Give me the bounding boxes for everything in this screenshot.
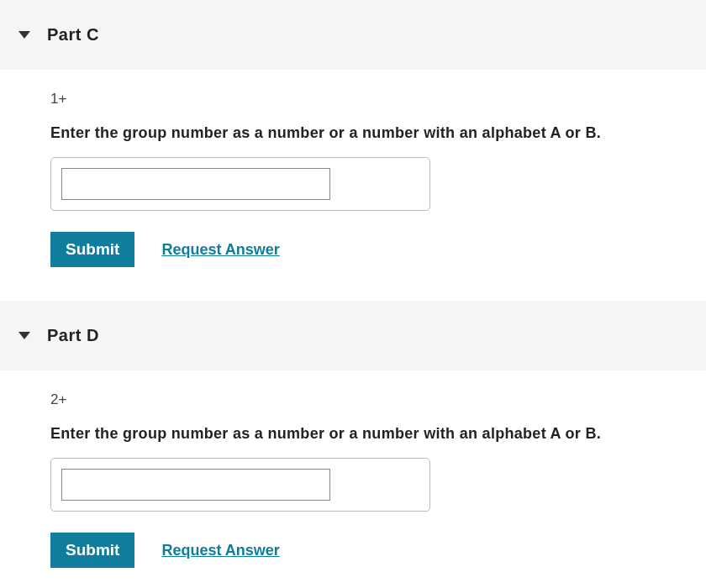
part-c-prompt: 1+	[50, 91, 689, 108]
part-d-submit-button[interactable]: Submit	[50, 533, 134, 568]
part-c-actions: Submit Request Answer	[50, 232, 689, 267]
part-c-request-answer-link[interactable]: Request Answer	[161, 241, 279, 259]
part-c-title: Part C	[47, 25, 99, 45]
chevron-down-icon	[18, 332, 30, 339]
part-c-submit-button[interactable]: Submit	[50, 232, 134, 267]
part-d-answer-input[interactable]	[61, 469, 330, 501]
chevron-down-icon	[18, 31, 30, 39]
part-d-title: Part D	[47, 326, 99, 345]
part-c-header[interactable]: Part C	[0, 0, 706, 70]
part-d-header[interactable]: Part D	[0, 301, 706, 370]
part-c-answer-input[interactable]	[61, 168, 330, 200]
part-c-instruction: Enter the group number as a number or a …	[50, 124, 689, 142]
part-d-request-answer-link[interactable]: Request Answer	[161, 542, 279, 559]
part-d-actions: Submit Request Answer	[50, 533, 689, 568]
part-d-body: 2+ Enter the group number as a number or…	[0, 370, 706, 588]
part-c-input-container	[50, 157, 430, 211]
part-c-section: Part C 1+ Enter the group number as a nu…	[0, 0, 706, 301]
part-d-section: Part D 2+ Enter the group number as a nu…	[0, 301, 706, 588]
part-c-body: 1+ Enter the group number as a number or…	[0, 70, 706, 301]
part-d-instruction: Enter the group number as a number or a …	[50, 425, 689, 443]
part-d-input-container	[50, 458, 430, 512]
part-d-prompt: 2+	[50, 391, 689, 408]
